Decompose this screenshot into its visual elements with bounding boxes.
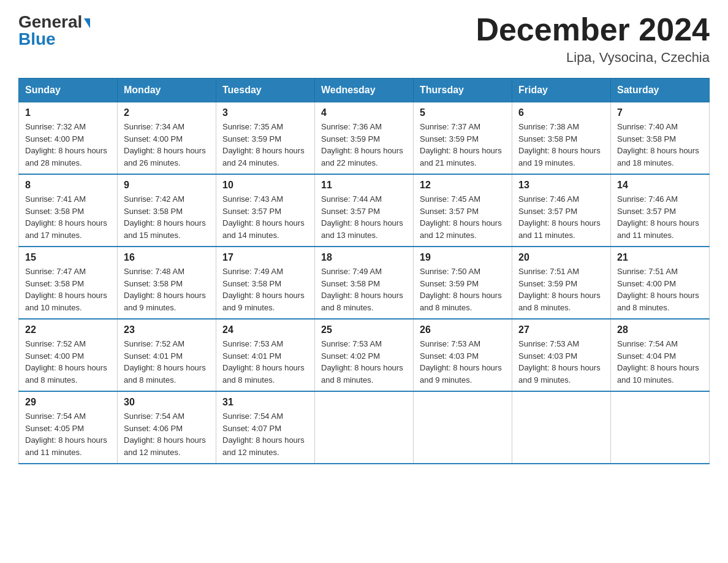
day-number: 17 (222, 252, 308, 263)
table-row: 5 Sunrise: 7:37 AMSunset: 3:59 PMDayligh… (414, 102, 512, 175)
table-row: 2 Sunrise: 7:34 AMSunset: 4:00 PMDayligh… (118, 102, 216, 175)
day-info: Sunrise: 7:37 AMSunset: 3:59 PMDaylight:… (420, 122, 502, 167)
location-text: Lipa, Vysocina, Czechia (476, 50, 710, 66)
table-row: 15 Sunrise: 7:47 AMSunset: 3:58 PMDaylig… (19, 247, 118, 319)
header-sunday: Sunday (19, 79, 118, 102)
day-number: 10 (222, 180, 308, 191)
day-number: 16 (124, 252, 210, 263)
day-number: 25 (321, 324, 407, 335)
page-header: General Blue December 2024 Lipa, Vysocin… (18, 12, 710, 66)
table-row: 12 Sunrise: 7:45 AMSunset: 3:57 PMDaylig… (414, 174, 512, 247)
table-row: 18 Sunrise: 7:49 AMSunset: 3:58 PMDaylig… (315, 247, 414, 319)
day-info: Sunrise: 7:53 AMSunset: 4:03 PMDaylight:… (420, 339, 502, 385)
day-number: 24 (222, 324, 308, 335)
day-info: Sunrise: 7:54 AMSunset: 4:05 PMDaylight:… (25, 412, 107, 457)
day-number: 31 (222, 397, 308, 408)
day-number: 28 (617, 324, 703, 335)
table-row: 29 Sunrise: 7:54 AMSunset: 4:05 PMDaylig… (19, 391, 118, 464)
day-info: Sunrise: 7:43 AMSunset: 3:57 PMDaylight:… (222, 194, 305, 240)
day-info: Sunrise: 7:54 AMSunset: 4:07 PMDaylight:… (222, 412, 305, 457)
day-number: 8 (25, 180, 111, 191)
table-row: 30 Sunrise: 7:54 AMSunset: 4:06 PMDaylig… (118, 391, 216, 464)
day-number: 15 (25, 252, 111, 263)
table-row: 22 Sunrise: 7:52 AMSunset: 4:00 PMDaylig… (19, 319, 118, 391)
day-number: 13 (518, 180, 604, 191)
day-number: 5 (420, 107, 506, 118)
table-row: 7 Sunrise: 7:40 AMSunset: 3:58 PMDayligh… (611, 102, 710, 175)
day-info: Sunrise: 7:32 AMSunset: 4:00 PMDaylight:… (25, 122, 107, 167)
table-row: 17 Sunrise: 7:49 AMSunset: 3:58 PMDaylig… (216, 247, 315, 319)
day-number: 30 (124, 397, 210, 408)
table-row: 20 Sunrise: 7:51 AMSunset: 3:59 PMDaylig… (512, 247, 611, 319)
day-info: Sunrise: 7:46 AMSunset: 3:57 PMDaylight:… (518, 194, 601, 240)
logo-blue-text: Blue (18, 29, 56, 49)
day-number: 3 (222, 107, 308, 118)
day-info: Sunrise: 7:42 AMSunset: 3:58 PMDaylight:… (124, 194, 206, 240)
table-row: 27 Sunrise: 7:53 AMSunset: 4:03 PMDaylig… (512, 319, 611, 391)
table-row: 11 Sunrise: 7:44 AMSunset: 3:57 PMDaylig… (315, 174, 414, 247)
day-number: 14 (617, 180, 703, 191)
calendar-week-row: 15 Sunrise: 7:47 AMSunset: 3:58 PMDaylig… (19, 247, 710, 319)
calendar-week-row: 1 Sunrise: 7:32 AMSunset: 4:00 PMDayligh… (19, 102, 710, 175)
table-row: 1 Sunrise: 7:32 AMSunset: 4:00 PMDayligh… (19, 102, 118, 175)
calendar-table: Sunday Monday Tuesday Wednesday Thursday… (18, 78, 710, 464)
header-friday: Friday (512, 79, 611, 102)
day-number: 22 (25, 324, 111, 335)
table-row: 13 Sunrise: 7:46 AMSunset: 3:57 PMDaylig… (512, 174, 611, 247)
day-info: Sunrise: 7:54 AMSunset: 4:04 PMDaylight:… (617, 339, 699, 385)
day-info: Sunrise: 7:38 AMSunset: 3:58 PMDaylight:… (518, 122, 601, 167)
table-row: 3 Sunrise: 7:35 AMSunset: 3:59 PMDayligh… (216, 102, 315, 175)
table-row: 9 Sunrise: 7:42 AMSunset: 3:58 PMDayligh… (118, 174, 216, 247)
table-row: 26 Sunrise: 7:53 AMSunset: 4:03 PMDaylig… (414, 319, 512, 391)
day-info: Sunrise: 7:50 AMSunset: 3:59 PMDaylight:… (420, 267, 502, 312)
day-number: 7 (617, 107, 703, 118)
calendar-week-row: 8 Sunrise: 7:41 AMSunset: 3:58 PMDayligh… (19, 174, 710, 247)
day-number: 4 (321, 107, 407, 118)
day-number: 11 (321, 180, 407, 191)
day-number: 21 (617, 252, 703, 263)
table-row: 8 Sunrise: 7:41 AMSunset: 3:58 PMDayligh… (19, 174, 118, 247)
day-number: 12 (420, 180, 506, 191)
table-row (315, 391, 414, 464)
day-number: 29 (25, 397, 111, 408)
logo: General Blue (18, 12, 90, 49)
day-number: 26 (420, 324, 506, 335)
table-row: 10 Sunrise: 7:43 AMSunset: 3:57 PMDaylig… (216, 174, 315, 247)
day-info: Sunrise: 7:51 AMSunset: 3:59 PMDaylight:… (518, 267, 601, 312)
header-thursday: Thursday (414, 79, 512, 102)
day-info: Sunrise: 7:45 AMSunset: 3:57 PMDaylight:… (420, 194, 502, 240)
day-info: Sunrise: 7:52 AMSunset: 4:01 PMDaylight:… (124, 339, 206, 385)
table-row: 4 Sunrise: 7:36 AMSunset: 3:59 PMDayligh… (315, 102, 414, 175)
day-number: 19 (420, 252, 506, 263)
table-row: 28 Sunrise: 7:54 AMSunset: 4:04 PMDaylig… (611, 319, 710, 391)
table-row: 19 Sunrise: 7:50 AMSunset: 3:59 PMDaylig… (414, 247, 512, 319)
day-info: Sunrise: 7:36 AMSunset: 3:59 PMDaylight:… (321, 122, 403, 167)
table-row (611, 391, 710, 464)
day-info: Sunrise: 7:46 AMSunset: 3:57 PMDaylight:… (617, 194, 699, 240)
day-info: Sunrise: 7:41 AMSunset: 3:58 PMDaylight:… (25, 194, 107, 240)
day-info: Sunrise: 7:49 AMSunset: 3:58 PMDaylight:… (222, 267, 305, 312)
day-number: 2 (124, 107, 210, 118)
table-row (512, 391, 611, 464)
day-info: Sunrise: 7:53 AMSunset: 4:02 PMDaylight:… (321, 339, 403, 385)
day-number: 27 (518, 324, 604, 335)
day-number: 6 (518, 107, 604, 118)
header-wednesday: Wednesday (315, 79, 414, 102)
day-number: 23 (124, 324, 210, 335)
table-row: 25 Sunrise: 7:53 AMSunset: 4:02 PMDaylig… (315, 319, 414, 391)
day-number: 9 (124, 180, 210, 191)
calendar-week-row: 29 Sunrise: 7:54 AMSunset: 4:05 PMDaylig… (19, 391, 710, 464)
table-row (414, 391, 512, 464)
day-number: 20 (518, 252, 604, 263)
table-row: 31 Sunrise: 7:54 AMSunset: 4:07 PMDaylig… (216, 391, 315, 464)
header-tuesday: Tuesday (216, 79, 315, 102)
day-info: Sunrise: 7:35 AMSunset: 3:59 PMDaylight:… (222, 122, 305, 167)
day-info: Sunrise: 7:53 AMSunset: 4:01 PMDaylight:… (222, 339, 305, 385)
table-row: 21 Sunrise: 7:51 AMSunset: 4:00 PMDaylig… (611, 247, 710, 319)
table-row: 16 Sunrise: 7:48 AMSunset: 3:58 PMDaylig… (118, 247, 216, 319)
table-row: 24 Sunrise: 7:53 AMSunset: 4:01 PMDaylig… (216, 319, 315, 391)
calendar-header-row: Sunday Monday Tuesday Wednesday Thursday… (19, 79, 710, 102)
day-info: Sunrise: 7:52 AMSunset: 4:00 PMDaylight:… (25, 339, 107, 385)
day-info: Sunrise: 7:51 AMSunset: 4:00 PMDaylight:… (617, 267, 699, 312)
day-info: Sunrise: 7:49 AMSunset: 3:58 PMDaylight:… (321, 267, 403, 312)
